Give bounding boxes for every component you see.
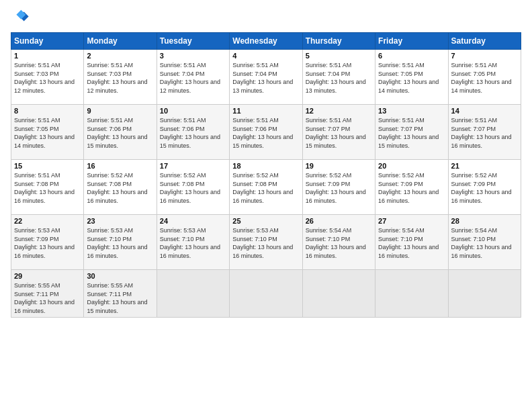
day-info: Sunrise: 5:51 AMSunset: 7:04 PMDaylight:…: [160, 61, 226, 95]
weekday-monday: Monday: [84, 33, 157, 50]
calendar-cell: 22Sunrise: 5:53 AMSunset: 7:09 PMDayligh…: [11, 215, 84, 270]
day-info: Sunrise: 5:52 AMSunset: 7:08 PMDaylight:…: [87, 171, 153, 205]
day-info: Sunrise: 5:51 AMSunset: 7:05 PMDaylight:…: [14, 116, 81, 150]
calendar-cell: 29Sunrise: 5:55 AMSunset: 7:11 PMDayligh…: [11, 270, 84, 318]
day-number: 11: [232, 107, 299, 115]
calendar-cell: 19Sunrise: 5:52 AMSunset: 7:09 PMDayligh…: [302, 160, 375, 215]
day-info: Sunrise: 5:51 AMSunset: 7:08 PMDaylight:…: [14, 171, 81, 205]
day-number: 24: [160, 217, 226, 225]
calendar-cell: 21Sunrise: 5:52 AMSunset: 7:09 PMDayligh…: [448, 160, 521, 215]
day-number: 21: [451, 162, 518, 170]
calendar-cell: [375, 270, 448, 318]
weekday-wednesday: Wednesday: [230, 33, 302, 50]
day-number: 26: [306, 217, 372, 225]
day-info: Sunrise: 5:55 AMSunset: 7:11 PMDaylight:…: [87, 281, 153, 315]
day-number: 8: [14, 107, 81, 115]
generalblue-icon: [11, 8, 30, 27]
calendar-cell: 1Sunrise: 5:51 AMSunset: 7:03 PMDaylight…: [11, 50, 84, 105]
calendar-cell: 8Sunrise: 5:51 AMSunset: 7:05 PMDaylight…: [11, 105, 84, 160]
calendar-cell: [302, 270, 375, 318]
day-number: 19: [306, 162, 372, 170]
day-info: Sunrise: 5:51 AMSunset: 7:04 PMDaylight:…: [306, 61, 372, 95]
day-number: 7: [451, 52, 518, 60]
day-info: Sunrise: 5:51 AMSunset: 7:04 PMDaylight:…: [232, 61, 299, 95]
day-info: Sunrise: 5:51 AMSunset: 7:03 PMDaylight:…: [14, 61, 81, 95]
calendar-cell: [230, 270, 302, 318]
day-info: Sunrise: 5:51 AMSunset: 7:07 PMDaylight:…: [306, 116, 372, 150]
day-number: 27: [378, 217, 445, 225]
day-info: Sunrise: 5:54 AMSunset: 7:10 PMDaylight:…: [306, 226, 372, 260]
calendar-week-2: 8Sunrise: 5:51 AMSunset: 7:05 PMDaylight…: [11, 105, 521, 160]
day-info: Sunrise: 5:55 AMSunset: 7:11 PMDaylight:…: [14, 281, 81, 315]
day-info: Sunrise: 5:53 AMSunset: 7:10 PMDaylight:…: [232, 226, 299, 260]
weekday-sunday: Sunday: [11, 33, 84, 50]
day-info: Sunrise: 5:53 AMSunset: 7:09 PMDaylight:…: [14, 226, 81, 260]
weekday-friday: Friday: [375, 33, 448, 50]
calendar-cell: 9Sunrise: 5:51 AMSunset: 7:06 PMDaylight…: [84, 105, 157, 160]
day-info: Sunrise: 5:53 AMSunset: 7:10 PMDaylight:…: [87, 226, 153, 260]
day-info: Sunrise: 5:53 AMSunset: 7:10 PMDaylight:…: [160, 226, 226, 260]
day-info: Sunrise: 5:52 AMSunset: 7:08 PMDaylight:…: [160, 171, 226, 205]
day-info: Sunrise: 5:51 AMSunset: 7:05 PMDaylight:…: [451, 61, 518, 95]
day-info: Sunrise: 5:52 AMSunset: 7:09 PMDaylight:…: [451, 171, 518, 205]
calendar-week-4: 22Sunrise: 5:53 AMSunset: 7:09 PMDayligh…: [11, 215, 521, 270]
weekday-saturday: Saturday: [448, 33, 521, 50]
calendar-cell: 27Sunrise: 5:54 AMSunset: 7:10 PMDayligh…: [375, 215, 448, 270]
day-number: 15: [14, 162, 81, 170]
calendar-cell: 18Sunrise: 5:52 AMSunset: 7:08 PMDayligh…: [230, 160, 302, 215]
weekday-thursday: Thursday: [302, 33, 375, 50]
calendar-cell: 14Sunrise: 5:51 AMSunset: 7:07 PMDayligh…: [448, 105, 521, 160]
calendar-cell: 20Sunrise: 5:52 AMSunset: 7:09 PMDayligh…: [375, 160, 448, 215]
day-info: Sunrise: 5:51 AMSunset: 7:03 PMDaylight:…: [87, 61, 153, 95]
day-info: Sunrise: 5:52 AMSunset: 7:08 PMDaylight:…: [232, 171, 299, 205]
logo: [11, 8, 31, 27]
calendar-cell: 10Sunrise: 5:51 AMSunset: 7:06 PMDayligh…: [157, 105, 229, 160]
calendar-cell: 3Sunrise: 5:51 AMSunset: 7:04 PMDaylight…: [157, 50, 229, 105]
calendar-cell: [448, 270, 521, 318]
calendar-week-1: 1Sunrise: 5:51 AMSunset: 7:03 PMDaylight…: [11, 50, 521, 105]
day-number: 14: [451, 107, 518, 115]
day-info: Sunrise: 5:51 AMSunset: 7:07 PMDaylight:…: [378, 116, 445, 150]
calendar-cell: 25Sunrise: 5:53 AMSunset: 7:10 PMDayligh…: [230, 215, 302, 270]
calendar-cell: 6Sunrise: 5:51 AMSunset: 7:05 PMDaylight…: [375, 50, 448, 105]
day-number: 16: [87, 162, 153, 170]
day-info: Sunrise: 5:52 AMSunset: 7:09 PMDaylight:…: [378, 171, 445, 205]
day-number: 23: [87, 217, 153, 225]
day-number: 22: [14, 217, 81, 225]
day-number: 4: [232, 52, 299, 60]
calendar-cell: 30Sunrise: 5:55 AMSunset: 7:11 PMDayligh…: [84, 270, 157, 318]
calendar-cell: 17Sunrise: 5:52 AMSunset: 7:08 PMDayligh…: [157, 160, 229, 215]
calendar-cell: 11Sunrise: 5:51 AMSunset: 7:06 PMDayligh…: [230, 105, 302, 160]
day-info: Sunrise: 5:51 AMSunset: 7:06 PMDaylight:…: [160, 116, 226, 150]
day-number: 20: [378, 162, 445, 170]
day-info: Sunrise: 5:54 AMSunset: 7:10 PMDaylight:…: [451, 226, 518, 260]
day-number: 13: [378, 107, 445, 115]
calendar-week-3: 15Sunrise: 5:51 AMSunset: 7:08 PMDayligh…: [11, 160, 521, 215]
day-number: 30: [87, 272, 153, 280]
calendar-cell: 13Sunrise: 5:51 AMSunset: 7:07 PMDayligh…: [375, 105, 448, 160]
page: SundayMondayTuesdayWednesdayThursdayFrid…: [0, 0, 532, 411]
day-number: 28: [451, 217, 518, 225]
calendar-cell: 16Sunrise: 5:52 AMSunset: 7:08 PMDayligh…: [84, 160, 157, 215]
day-info: Sunrise: 5:51 AMSunset: 7:05 PMDaylight:…: [378, 61, 445, 95]
calendar-cell: [157, 270, 229, 318]
day-number: 25: [232, 217, 299, 225]
day-number: 17: [160, 162, 226, 170]
day-number: 12: [306, 107, 372, 115]
day-info: Sunrise: 5:51 AMSunset: 7:07 PMDaylight:…: [451, 116, 518, 150]
day-number: 29: [14, 272, 81, 280]
day-number: 9: [87, 107, 153, 115]
day-info: Sunrise: 5:52 AMSunset: 7:09 PMDaylight:…: [306, 171, 372, 205]
day-number: 18: [232, 162, 299, 170]
calendar-cell: 12Sunrise: 5:51 AMSunset: 7:07 PMDayligh…: [302, 105, 375, 160]
day-number: 10: [160, 107, 226, 115]
calendar-cell: 5Sunrise: 5:51 AMSunset: 7:04 PMDaylight…: [302, 50, 375, 105]
calendar-cell: 15Sunrise: 5:51 AMSunset: 7:08 PMDayligh…: [11, 160, 84, 215]
weekday-tuesday: Tuesday: [157, 33, 229, 50]
calendar-week-5: 29Sunrise: 5:55 AMSunset: 7:11 PMDayligh…: [11, 270, 521, 318]
calendar-table: SundayMondayTuesdayWednesdayThursdayFrid…: [11, 32, 521, 318]
day-number: 6: [378, 52, 445, 60]
day-number: 1: [14, 52, 81, 60]
calendar-cell: 7Sunrise: 5:51 AMSunset: 7:05 PMDaylight…: [448, 50, 521, 105]
day-info: Sunrise: 5:51 AMSunset: 7:06 PMDaylight:…: [87, 116, 153, 150]
